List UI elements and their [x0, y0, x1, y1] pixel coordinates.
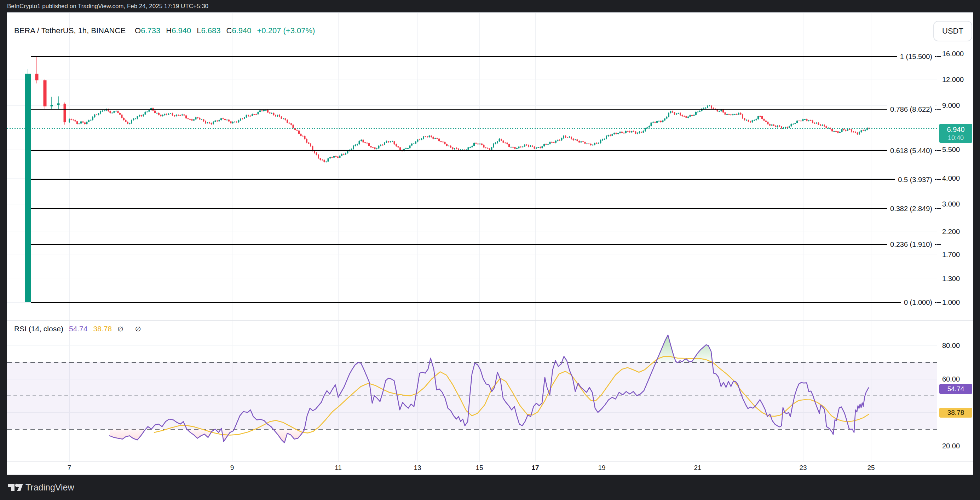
- rsi-overbought-fill: [110, 335, 869, 443]
- candle: [35, 57, 38, 83]
- ohlc-high: H6.940: [166, 26, 191, 35]
- time-axis-label[interactable]: 21: [694, 464, 701, 472]
- time-axis-label[interactable]: 11: [335, 464, 342, 472]
- candle: [71, 119, 72, 121]
- price-axis-label[interactable]: 16.000: [942, 50, 964, 58]
- candle: [756, 119, 757, 121]
- candle: [286, 119, 288, 124]
- price-axis-label[interactable]: 12.000: [942, 76, 964, 84]
- candle: [853, 131, 854, 133]
- candle: [795, 123, 796, 124]
- time-axis-label[interactable]: 15: [476, 464, 483, 472]
- rsi-axis-label[interactable]: 80.00: [942, 341, 960, 350]
- time-axis-label[interactable]: 13: [414, 464, 421, 472]
- candle: [589, 143, 590, 144]
- candle: [862, 130, 864, 132]
- time-axis-label[interactable]: 19: [598, 464, 605, 472]
- fib-level-label[interactable]: 0.786 (8.622): [887, 104, 935, 114]
- candle: [433, 136, 434, 139]
- price-axis-label[interactable]: 9.000: [942, 102, 960, 110]
- candle: [792, 123, 794, 124]
- candle: [219, 119, 220, 122]
- candle: [273, 113, 275, 116]
- ohlc-low: L6.683: [197, 26, 220, 35]
- fib-level-label[interactable]: 0.382 (2.849): [887, 204, 935, 213]
- candle: [434, 138, 436, 139]
- tradingview-wordmark[interactable]: TradingView: [25, 475, 74, 500]
- candle: [248, 114, 249, 116]
- time-axis-label[interactable]: 9: [230, 464, 234, 472]
- candle: [839, 131, 841, 133]
- candle: [682, 114, 683, 117]
- candle: [176, 114, 177, 116]
- rsi-legend: RSI (14, close)54.7438.78∅ ∅: [14, 325, 146, 333]
- candle: [684, 115, 685, 117]
- candle: [633, 130, 634, 132]
- candle: [127, 121, 129, 124]
- candle: [333, 156, 335, 158]
- price-axis-label[interactable]: 1.700: [942, 251, 960, 259]
- candle: [396, 144, 397, 147]
- rsi-axis-label[interactable]: 60.00: [942, 375, 960, 383]
- candle: [861, 130, 862, 133]
- fib-level-label[interactable]: 1 (15.500): [897, 52, 935, 62]
- rsi-line: [110, 335, 869, 443]
- price-pane-canvas[interactable]: [7, 13, 937, 321]
- candle: [779, 125, 781, 127]
- candle: [291, 123, 292, 125]
- price-axis-label[interactable]: 4.000: [942, 174, 960, 182]
- candle: [835, 130, 837, 132]
- tradingview-logo-icon[interactable]: [8, 483, 23, 492]
- time-axis-label[interactable]: 17: [531, 464, 539, 472]
- candle: [549, 141, 551, 145]
- price-axis-label[interactable]: 1.300: [942, 275, 960, 283]
- rsi-oversold-fill: [110, 335, 869, 443]
- candle: [205, 121, 206, 124]
- candle: [664, 118, 665, 121]
- change-value: +0.207 (+3.07%): [257, 26, 315, 35]
- candle: [193, 119, 194, 121]
- fib-level-label[interactable]: 0.5 (3.937): [895, 175, 935, 184]
- candle: [345, 153, 346, 155]
- candle: [341, 154, 342, 156]
- candle: [619, 131, 621, 134]
- time-axis-label[interactable]: 25: [867, 464, 875, 472]
- price-axis-label[interactable]: 5.500: [942, 145, 960, 154]
- fib-level-label[interactable]: 0 (1.000): [901, 298, 935, 307]
- candle: [250, 115, 251, 116]
- candle: [608, 135, 609, 137]
- candle: [547, 144, 549, 145]
- time-axis-label[interactable]: 23: [799, 464, 807, 472]
- fib-level-label[interactable]: 0.236 (1.910): [887, 240, 935, 249]
- candle: [469, 147, 471, 148]
- rsi-title[interactable]: RSI (14, close): [14, 325, 63, 333]
- candle: [845, 129, 846, 132]
- candle: [454, 148, 455, 150]
- price-axis-label[interactable]: 2.200: [942, 228, 960, 236]
- candle: [51, 97, 53, 110]
- currency-toggle-button[interactable]: USDT: [933, 21, 972, 41]
- price-axis-label[interactable]: 1.000: [942, 298, 960, 306]
- candle: [339, 155, 341, 158]
- candle: [709, 105, 710, 106]
- candle: [371, 146, 372, 148]
- candle: [119, 112, 121, 115]
- symbol-title[interactable]: BERA / TetherUS, 1h, BINANCE: [14, 26, 126, 35]
- candle: [279, 114, 280, 117]
- candle: [320, 158, 321, 160]
- candle: [160, 114, 162, 117]
- time-axis-separator: [7, 462, 973, 462]
- price-axis-label[interactable]: 3.000: [942, 200, 960, 208]
- fib-level-label[interactable]: 0.618 (5.440): [887, 146, 935, 155]
- time-axis-label[interactable]: 7: [68, 464, 72, 472]
- candle: [481, 143, 482, 146]
- candle: [699, 110, 700, 112]
- rsi-pane-canvas[interactable]: [7, 321, 937, 462]
- rsi-axis-label[interactable]: 20.00: [942, 442, 960, 450]
- candle: [314, 150, 315, 154]
- candle: [103, 110, 105, 111]
- candle: [139, 114, 140, 117]
- candle: [476, 142, 477, 144]
- candle: [368, 143, 370, 146]
- candle: [574, 139, 576, 140]
